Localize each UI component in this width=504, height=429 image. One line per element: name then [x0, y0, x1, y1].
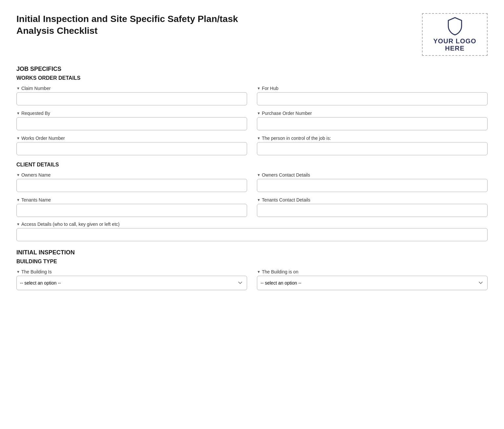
chevron-icon: ▼	[16, 173, 20, 177]
client-details-heading: CLIENT DETAILS	[16, 162, 488, 168]
chevron-icon: ▼	[257, 270, 261, 274]
owners-contact-label: ▼ Owners Contact Details	[257, 172, 488, 178]
tenants-contact-group: ▼ Tenants Contact Details	[257, 197, 488, 217]
building-type-grid: ▼ The Building Is -- select an option --…	[16, 269, 488, 290]
requested-by-input[interactable]	[16, 117, 247, 130]
job-specifics-heading: JOB SPECIFICS	[16, 66, 488, 73]
tenants-name-input[interactable]	[16, 204, 247, 217]
building-is-on-group: ▼ The Building is on -- select an option…	[257, 269, 488, 290]
owners-name-label: ▼ Owners Name	[16, 172, 247, 178]
access-details-label: ▼ Access Details (who to call, key given…	[16, 222, 488, 227]
tenants-name-group: ▼ Tenants Name	[16, 197, 247, 217]
works-order-number-group: ▼ Works Order Number	[16, 136, 247, 155]
chevron-icon: ▼	[16, 270, 20, 274]
logo-placeholder: YOUR LOGO HERE	[422, 13, 488, 56]
owners-name-input[interactable]	[16, 179, 247, 192]
building-type-heading: BUILDING TYPE	[16, 259, 488, 265]
chevron-icon: ▼	[16, 136, 20, 140]
for-hub-label: ▼ For Hub	[257, 86, 488, 91]
chevron-icon: ▼	[16, 198, 20, 202]
access-details-input[interactable]	[16, 228, 488, 241]
chevron-icon: ▼	[257, 86, 261, 90]
purchase-order-input[interactable]	[257, 117, 488, 130]
purchase-order-label: ▼ Purchase Order Number	[257, 111, 488, 116]
works-order-heading: WORKS ORDER DETAILS	[16, 75, 488, 81]
tenants-contact-input[interactable]	[257, 204, 488, 217]
requested-by-group: ▼ Requested By	[16, 111, 247, 130]
owners-contact-group: ▼ Owners Contact Details	[257, 172, 488, 192]
claim-number-input[interactable]	[16, 92, 247, 105]
building-is-group: ▼ The Building Is -- select an option --	[16, 269, 247, 290]
owners-name-group: ▼ Owners Name	[16, 172, 247, 192]
job-specifics-section: JOB SPECIFICS WORKS ORDER DETAILS ▼ Clai…	[16, 66, 488, 241]
works-order-number-input[interactable]	[16, 142, 247, 155]
person-control-input[interactable]	[257, 142, 488, 155]
chevron-icon: ▼	[257, 136, 261, 140]
logo-text: YOUR LOGO HERE	[426, 37, 484, 52]
works-order-number-label: ▼ Works Order Number	[16, 136, 247, 141]
chevron-icon: ▼	[16, 222, 20, 226]
chevron-icon: ▼	[16, 86, 20, 90]
page-title: Initial Inspection and Site Specific Saf…	[16, 13, 246, 37]
shield-icon	[446, 17, 464, 35]
person-control-group: ▼ The person in control of the job is:	[257, 136, 488, 155]
building-is-on-label: ▼ The Building is on	[257, 269, 488, 274]
chevron-icon: ▼	[257, 198, 261, 202]
building-is-select[interactable]: -- select an option --	[16, 276, 247, 290]
client-details-grid: ▼ Owners Name ▼ Owners Contact Details ▼…	[16, 172, 488, 217]
chevron-icon: ▼	[257, 111, 261, 115]
claim-number-label: ▼ Claim Number	[16, 86, 247, 91]
chevron-icon: ▼	[257, 173, 261, 177]
requested-by-label: ▼ Requested By	[16, 111, 247, 116]
chevron-icon: ▼	[16, 111, 20, 115]
works-order-grid: ▼ Claim Number ▼ For Hub ▼ Requested By …	[16, 86, 488, 155]
access-details-grid: ▼ Access Details (who to call, key given…	[16, 222, 488, 241]
access-details-group: ▼ Access Details (who to call, key given…	[16, 222, 488, 241]
building-is-on-select[interactable]: -- select an option --	[257, 276, 488, 290]
for-hub-group: ▼ For Hub	[257, 86, 488, 105]
tenants-name-label: ▼ Tenants Name	[16, 197, 247, 203]
purchase-order-group: ▼ Purchase Order Number	[257, 111, 488, 130]
initial-inspection-section: INITIAL INSPECTION BUILDING TYPE ▼ The B…	[16, 249, 488, 290]
tenants-contact-label: ▼ Tenants Contact Details	[257, 197, 488, 203]
owners-contact-input[interactable]	[257, 179, 488, 192]
initial-inspection-heading: INITIAL INSPECTION	[16, 249, 488, 256]
claim-number-group: ▼ Claim Number	[16, 86, 247, 105]
building-is-label: ▼ The Building Is	[16, 269, 247, 274]
page-header: Initial Inspection and Site Specific Saf…	[16, 13, 488, 56]
person-control-label: ▼ The person in control of the job is:	[257, 136, 488, 141]
for-hub-input[interactable]	[257, 92, 488, 105]
